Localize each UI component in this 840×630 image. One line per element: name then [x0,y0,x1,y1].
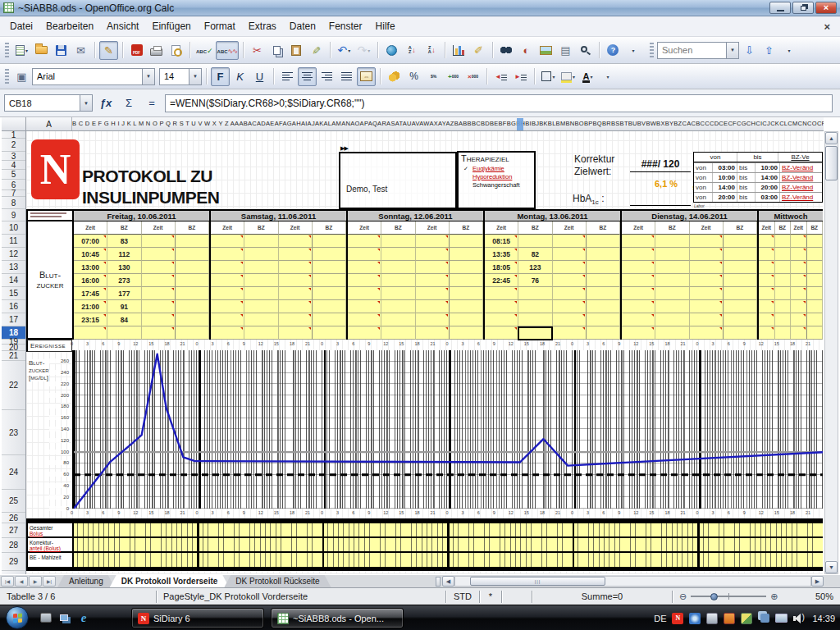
bz-cell[interactable] [655,248,689,261]
row-header-14[interactable]: 14 [2,274,25,287]
toolbar-overflow-button[interactable]: ▾ [623,41,642,60]
bz-cell[interactable] [176,261,209,274]
align-left-button[interactable] [278,67,297,86]
minimize-button[interactable] [769,2,791,14]
data-sources-button[interactable]: ▤ [556,41,575,60]
bz-cell[interactable] [775,287,792,300]
zeit-cell[interactable] [759,287,775,300]
selection-mode[interactable]: STD [446,591,479,601]
zeit-cell[interactable] [759,235,775,248]
bz-cell[interactable]: 130 [107,261,141,274]
standard-format-button[interactable]: $% [424,67,443,86]
zeit-cell[interactable] [348,261,381,274]
align-right-button[interactable] [317,67,336,86]
zeit-cell[interactable] [416,313,450,326]
export-pdf-button[interactable]: PDF [127,41,146,60]
bz-cell[interactable] [655,261,689,274]
zeit-cell[interactable] [416,235,450,248]
find-previous-button[interactable]: ⇧ [760,41,778,60]
zeit-cell[interactable] [485,287,518,300]
zeit-cell[interactable] [485,300,518,313]
bz-veraenderung-link[interactable]: BZ-Veränd [779,163,822,172]
add-decimal-button[interactable]: +000 [444,67,463,86]
von-time[interactable]: 20:00 [712,193,737,202]
zeit-cell[interactable] [690,261,724,274]
zeit-cell[interactable] [485,313,518,326]
horizontal-scrollbar[interactable]: ◀ ||| ▶ [436,575,840,587]
bz-cell[interactable] [724,261,757,274]
bz-cell[interactable] [450,261,483,274]
zeit-cell[interactable]: 10:45 [74,248,107,261]
row-header-11[interactable]: 11 [2,235,25,248]
bz-cell[interactable] [381,248,415,261]
bz-cell[interactable] [176,274,209,287]
zeit-cell[interactable] [690,300,724,313]
zeit-cell[interactable] [759,326,775,340]
zeit-cell[interactable] [279,313,313,326]
bz-cell[interactable] [450,248,483,261]
row-headers[interactable]: 1234567891011121314151617181920212223242… [2,131,26,574]
search-combobox[interactable]: Suchen ▼ [657,42,739,59]
menu-item-format[interactable]: Format [198,18,242,34]
bz-cell[interactable] [176,287,209,300]
zeit-cell[interactable] [791,235,807,248]
menu-item-daten[interactable]: Daten [283,18,322,34]
show-draw-functions-button[interactable]: ✐ [469,41,488,60]
sheet-tab-dk-protokoll-vorderseite[interactable]: DK Protokoll Vorderseite [110,575,230,587]
menu-item-extras[interactable]: Extras [242,18,283,34]
zeit-cell[interactable] [690,274,724,287]
align-justify-button[interactable] [337,67,356,86]
bz-cell[interactable]: 91 [107,300,141,313]
bz-cell[interactable] [244,287,278,300]
bz-cell[interactable] [313,235,346,248]
bz-cell[interactable] [450,313,483,326]
zeit-cell[interactable] [622,287,655,300]
bz-cell[interactable] [450,235,483,248]
zeit-cell[interactable] [211,248,244,261]
last-sheet-button[interactable]: ▶| [43,576,56,587]
zielwert-value[interactable]: ###/ 120 [630,158,691,172]
internet-explorer-button[interactable]: e [77,611,90,624]
bz-cell[interactable] [244,326,278,340]
zeit-cell[interactable]: 13:35 [485,248,518,261]
equals-button[interactable]: = [142,94,162,112]
therapieziel-option-label[interactable]: Schwangerschaft [472,181,520,189]
bz-cell[interactable]: 82 [518,248,552,261]
zeit-cell[interactable] [622,248,655,261]
bz-cell[interactable] [587,313,620,326]
column-header-a[interactable]: A [26,117,72,130]
zeit-cell[interactable] [416,274,450,287]
bz-veraenderung-link[interactable]: BZ-Veränd [779,173,822,182]
bz-cell[interactable] [313,300,346,313]
scroll-left-button[interactable]: ◀ [442,576,454,587]
bz-cell[interactable] [450,326,483,340]
borders-button[interactable]: ▾ [539,67,558,86]
bz-cell[interactable] [724,287,757,300]
bz-cell[interactable] [176,235,209,248]
zeit-cell[interactable] [142,235,176,248]
bz-cell[interactable] [775,235,792,248]
column-header-letters[interactable]: B C D E F G H I J K L M N O P Q R S T U … [72,117,824,130]
start-button[interactable] [6,606,29,629]
bold-button[interactable]: F [211,67,230,86]
zeit-cell[interactable] [759,300,775,313]
zeit-cell[interactable] [142,300,176,313]
bz-cell[interactable] [655,313,689,326]
zoom-slider-track[interactable] [691,596,766,597]
bz-cell[interactable] [807,235,824,248]
row-header-16[interactable]: 16 [2,300,25,313]
toolbar-overflow-button[interactable]: ▾ [598,67,617,86]
sum-button[interactable]: Σ [119,94,139,112]
zeit-cell[interactable] [142,261,176,274]
align-center-button[interactable] [298,67,317,86]
bz-cell[interactable] [176,300,209,313]
zeit-cell[interactable] [791,261,807,274]
page-preview-button[interactable] [167,41,185,60]
language-indicator[interactable]: DE [654,614,666,623]
bz-cell[interactable] [724,248,757,261]
zeit-cell[interactable] [791,326,807,340]
zeit-cell[interactable] [553,287,587,300]
background-color-button[interactable]: ▾ [559,67,578,86]
bz-cell[interactable] [724,274,757,287]
row-header-26[interactable]: 26 [2,513,25,523]
